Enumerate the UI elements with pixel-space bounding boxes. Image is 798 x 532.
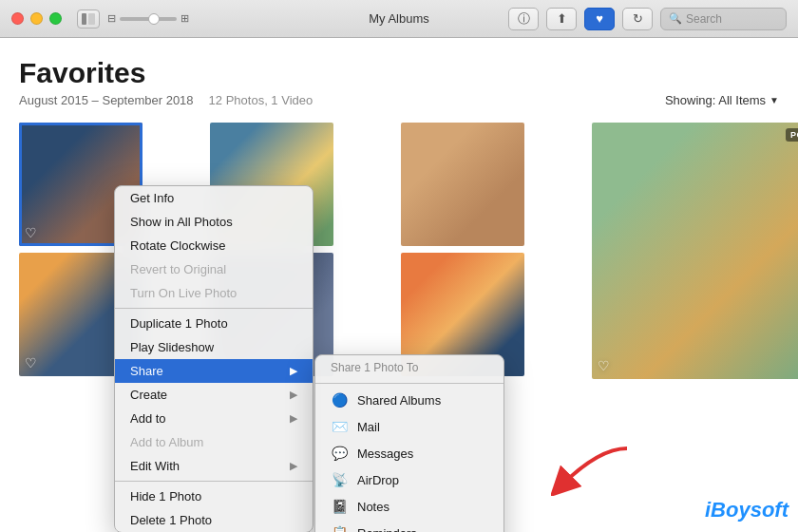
context-menu: Get Info Show in All Photos Rotate Clock… (114, 185, 314, 532)
submenu-item-airdrop[interactable]: 📡 AirDrop (315, 466, 504, 493)
watermark: iBoysoft (705, 498, 788, 522)
chevron-down-icon: ▼ (770, 95, 779, 105)
menu-item-edit-with[interactable]: Edit With ▶ (115, 454, 313, 478)
main-content: Favorites August 2015 – September 2018 1… (0, 38, 798, 532)
close-button[interactable] (11, 12, 24, 25)
add-to-arrow-icon: ▶ (290, 412, 297, 425)
menu-item-show-all-photos[interactable]: Show in All Photos (115, 210, 313, 234)
photo-cell-4[interactable]: PORTRAIT ♡ (592, 123, 798, 379)
favorite-button[interactable]: ♥ (584, 8, 615, 30)
sidebar-toggle-button[interactable] (77, 10, 100, 28)
subtitle-row: August 2015 – September 2018 12 Photos, … (19, 93, 779, 107)
traffic-lights (11, 12, 62, 25)
heart-badge-1: ♡ (25, 225, 37, 240)
submenu-item-messages[interactable]: 💬 Messages (315, 440, 504, 466)
svg-rect-0 (82, 13, 86, 25)
heart-badge-5: ♡ (25, 355, 37, 370)
menu-item-add-to-album: Add to Album (115, 430, 313, 454)
menu-item-live-photo: Turn On Live Photo (115, 281, 313, 305)
window-controls (77, 10, 100, 28)
titlebar: ⊟ ⊞ My Albums ⓘ ⬆ ♥ ↻ 🔍 Search (0, 0, 798, 38)
window-title: My Albums (369, 11, 429, 26)
share-arrow-icon: ▶ (290, 365, 297, 377)
menu-item-duplicate[interactable]: Duplicate 1 Photo (115, 312, 313, 335)
svg-rect-1 (88, 13, 95, 25)
menu-separator-1 (115, 308, 313, 309)
search-placeholder: Search (686, 12, 722, 26)
menu-item-delete[interactable]: Delete 1 Photo (115, 508, 313, 532)
create-arrow-icon: ▶ (290, 389, 297, 401)
submenu-item-mail[interactable]: ✉️ Mail (315, 413, 504, 440)
info-button[interactable]: ⓘ (508, 8, 539, 30)
date-range: August 2015 – September 2018 (19, 93, 194, 107)
shared-albums-icon: 🔵 (331, 391, 348, 408)
submenu-item-reminders[interactable]: 📋 Reminders (315, 520, 504, 532)
submenu-sep-top (315, 383, 504, 384)
content-area: Favorites August 2015 – September 2018 1… (0, 38, 798, 532)
portrait-badge: PORTRAIT (786, 128, 798, 142)
media-count: 12 Photos, 1 Video (209, 93, 314, 107)
menu-item-share[interactable]: Share ▶ Share 1 Photo To 🔵 Shared Albums… (115, 359, 313, 383)
menu-item-hide[interactable]: Hide 1 Photo (115, 484, 313, 508)
zoom-slider[interactable]: ⊟ ⊞ (107, 12, 189, 25)
menu-item-slideshow[interactable]: Play Slideshow (115, 335, 313, 359)
rotate-button[interactable]: ↻ (622, 8, 653, 30)
reminders-icon: 📋 (331, 524, 348, 532)
submenu-item-notes[interactable]: 📓 Notes (315, 493, 504, 520)
search-box[interactable]: 🔍 Search (660, 8, 787, 30)
menu-item-revert: Revert to Original (115, 257, 313, 281)
share-button[interactable]: ⬆ (546, 8, 577, 30)
menu-item-rotate[interactable]: Rotate Clockwise (115, 234, 313, 257)
menu-item-create[interactable]: Create ▶ (115, 383, 313, 407)
messages-icon: 💬 (331, 445, 348, 462)
menu-item-add-to[interactable]: Add to ▶ (115, 407, 313, 430)
photo-cell-3[interactable] (401, 123, 524, 246)
airdrop-icon: 📡 (331, 471, 348, 488)
maximize-button[interactable] (49, 12, 62, 25)
showing-label: Showing: All Items ▼ (665, 93, 779, 107)
mail-icon: ✉️ (331, 418, 348, 435)
edit-with-arrow-icon: ▶ (290, 460, 297, 472)
arrow-indicator (551, 444, 636, 496)
toolbar-right: ⓘ ⬆ ♥ ↻ 🔍 Search (508, 8, 787, 30)
menu-separator-2 (115, 481, 313, 482)
share-submenu: Share 1 Photo To 🔵 Shared Albums ✉️ Mail… (314, 354, 504, 532)
page-title: Favorites (19, 57, 779, 89)
menu-item-get-info[interactable]: Get Info (115, 186, 313, 210)
search-icon: 🔍 (669, 12, 682, 25)
submenu-header: Share 1 Photo To (315, 355, 504, 380)
submenu-item-shared-albums[interactable]: 🔵 Shared Albums (315, 387, 504, 413)
minimize-button[interactable] (30, 12, 43, 25)
heart-badge-4: ♡ (598, 358, 610, 373)
notes-icon: 📓 (331, 498, 348, 515)
